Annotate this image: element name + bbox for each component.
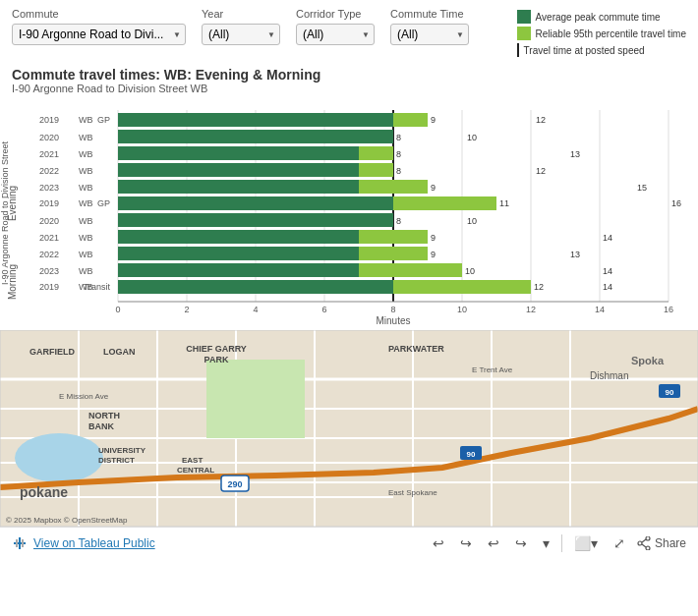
shield-90-text1: 90	[467, 450, 476, 459]
row-year-11: 2019	[39, 282, 59, 292]
row-group-1: GP	[97, 115, 110, 125]
corridor-label: Corridor Type	[296, 8, 375, 20]
row-dir-2: WB	[79, 133, 93, 142]
tableau-label: View on Tableau Public	[33, 536, 155, 550]
legend-avg-label: Average peak commute time	[536, 12, 661, 23]
bar-label-reliable-2: 8	[396, 133, 401, 142]
chart-legend: Average peak commute time Reliable 95th …	[517, 8, 686, 57]
corridor-select[interactable]: (All)	[296, 24, 375, 45]
bar-label-total-6: 16	[671, 198, 681, 208]
device-button[interactable]: ⬜▾	[570, 533, 602, 553]
commute-time-label: Commute Time	[390, 8, 469, 20]
row-dir-7: WB	[79, 216, 93, 226]
x-tick-6: 6	[321, 305, 326, 314]
bar-label-reliable-10: 10	[465, 266, 475, 276]
row-year-3: 2021	[39, 149, 59, 159]
row-dir-8: WB	[79, 233, 93, 243]
map-label-spokane: pokane	[20, 484, 68, 500]
row-dir-9: WB	[79, 250, 93, 259]
tableau-link[interactable]: View on Tableau Public	[12, 535, 155, 551]
svg-rect-2	[16, 539, 18, 543]
street-eastspokane: East Spokane	[388, 488, 437, 497]
bar-label-total-5: 15	[637, 183, 647, 193]
share-button[interactable]: Share	[637, 536, 686, 550]
fullscreen-button[interactable]: ⤢	[610, 533, 629, 553]
year-select[interactable]: (All)	[202, 24, 280, 45]
map-copyright: © 2025 Mapbox © OpenStreetMap	[6, 516, 128, 525]
map-label-northbank: NORTH	[88, 411, 120, 420]
commute-label: Commute	[12, 8, 186, 20]
bar-label-total-11: 14	[603, 282, 612, 292]
bar-reliable-4	[359, 163, 393, 177]
undo-button[interactable]: ↩	[429, 533, 448, 553]
bar-label-total-4: 12	[536, 166, 546, 176]
commute-time-select-wrapper: (All)	[390, 24, 469, 45]
row-year-6: 2019	[39, 198, 59, 208]
corridor-filter: Corridor Type (All)	[296, 8, 375, 45]
map-label-spoka: Spoka	[631, 355, 665, 366]
bar-label-reliable-8: 9	[431, 233, 436, 243]
map-label-park: PARK	[204, 355, 229, 364]
street-etrentave: E Trent Ave	[472, 365, 513, 374]
legend-reliable-box	[517, 27, 531, 40]
bar-label-reliable-1: 9	[431, 115, 436, 125]
row-dir-3: WB	[79, 149, 93, 159]
row-dir-6: WB	[79, 198, 93, 208]
bar-avg-11	[118, 280, 393, 294]
park-area	[206, 360, 305, 438]
corridor-select-wrapper: (All)	[296, 24, 375, 45]
commute-select[interactable]: I-90 Argonne Road to Divi...	[12, 24, 186, 45]
svg-point-6	[646, 536, 650, 540]
row-year-8: 2021	[39, 233, 59, 243]
map-label-dishman: Dishman	[590, 370, 628, 381]
bar-label-reliable-3: 8	[396, 149, 401, 159]
y-axis-label: I-90 Argonne Road to Division Street	[0, 140, 10, 285]
map-label-district: DISTRICT	[98, 456, 135, 465]
bar-avg-3	[118, 146, 359, 160]
redo-button[interactable]: ↪	[456, 533, 476, 553]
map-label-chief: CHIEF GARRY	[186, 344, 247, 354]
map-label-central: CENTRAL	[177, 466, 214, 475]
bar-reliable-10	[359, 263, 462, 277]
row-year-5: 2023	[39, 183, 59, 193]
row-dir-5: WB	[79, 183, 93, 193]
bar-label-total-2: 10	[467, 133, 477, 142]
shield-90-text2: 90	[666, 388, 674, 397]
x-tick-2: 2	[184, 305, 189, 314]
bar-label-total-3: 13	[570, 149, 580, 159]
legend-reliable: Reliable 95th percentile travel time	[517, 27, 686, 40]
bar-label-total-8: 14	[603, 233, 612, 243]
footer-divider	[561, 534, 562, 552]
row-year-1: 2019	[39, 115, 59, 125]
bar-label-reliable-6: 11	[499, 198, 509, 208]
legend-avg: Average peak commute time	[517, 10, 686, 24]
svg-line-10	[642, 544, 646, 547]
legend-posted: Travel time at posted speed	[517, 43, 686, 57]
map-label-garfield: GARFIELD	[29, 347, 75, 357]
svg-point-8	[638, 541, 642, 545]
bar-reliable-5	[359, 180, 428, 194]
bar-reliable-8	[359, 230, 428, 244]
bar-label-reliable-9: 9	[431, 250, 436, 259]
map-label-logan: LOGAN	[103, 347, 136, 357]
row-year-9: 2022	[39, 250, 59, 259]
bar-label-total-9: 13	[570, 250, 580, 259]
water-body	[15, 433, 103, 482]
forward-button[interactable]: ↪	[511, 533, 531, 553]
commute-time-select[interactable]: (All)	[390, 24, 469, 45]
row-dir-10: WB	[79, 266, 93, 276]
commute-filter: Commute I-90 Argonne Road to Divi...	[12, 8, 186, 45]
bar-avg-9	[118, 247, 359, 260]
x-tick-12: 12	[526, 305, 536, 314]
x-tick-0: 0	[115, 305, 120, 314]
bar-label-total-1: 12	[536, 115, 546, 125]
share-icon	[637, 536, 651, 550]
svg-rect-4	[16, 543, 18, 547]
back-button[interactable]: ↩	[484, 533, 503, 553]
chart-title-section: Commute travel times: WB: Evening & Morn…	[0, 61, 698, 96]
x-tick-4: 4	[253, 305, 258, 314]
x-axis-label: Minutes	[376, 315, 410, 326]
bar-avg-8	[118, 230, 359, 244]
dropdown-button[interactable]: ▾	[539, 533, 553, 553]
svg-point-7	[646, 546, 650, 550]
